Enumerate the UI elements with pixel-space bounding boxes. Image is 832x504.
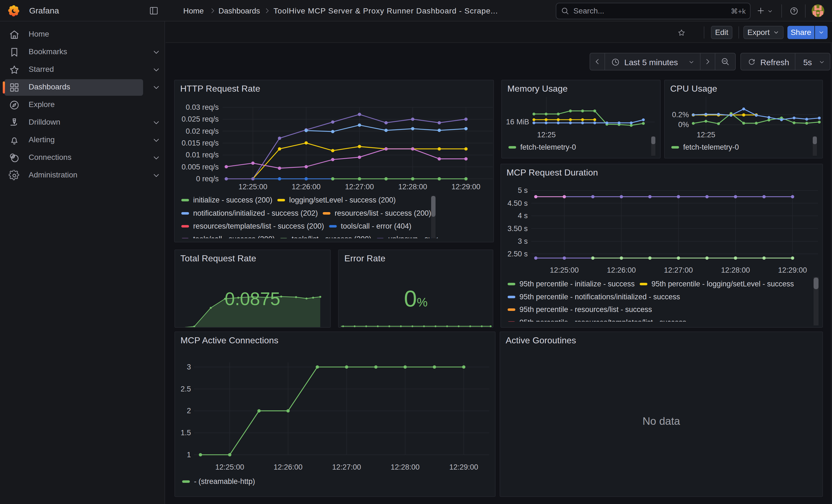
svg-text:0.025 req/s: 0.025 req/s xyxy=(182,115,219,123)
svg-text:12:28:00: 12:28:00 xyxy=(391,463,420,471)
svg-text:0.005 req/s: 0.005 req/s xyxy=(182,163,219,171)
svg-text:0.2%: 0.2% xyxy=(672,111,689,119)
svg-text:12:25: 12:25 xyxy=(697,131,716,139)
svg-text:0.02 req/s: 0.02 req/s xyxy=(186,127,219,135)
svg-text:12:26:00: 12:26:00 xyxy=(607,266,636,274)
svg-text:12:25:00: 12:25:00 xyxy=(238,183,267,191)
svg-text:16 MiB: 16 MiB xyxy=(506,118,529,126)
svg-text:3.50 s: 3.50 s xyxy=(508,224,528,233)
svg-text:12:27:00: 12:27:00 xyxy=(664,266,693,274)
svg-text:12:28:00: 12:28:00 xyxy=(398,183,427,191)
svg-text:3: 3 xyxy=(187,363,191,371)
svg-text:12:28:00: 12:28:00 xyxy=(721,266,750,274)
svg-text:0.01 req/s: 0.01 req/s xyxy=(186,151,219,159)
svg-text:1.5: 1.5 xyxy=(181,429,191,437)
svg-text:12:26:00: 12:26:00 xyxy=(274,463,302,471)
svg-text:12:29:00: 12:29:00 xyxy=(451,183,480,191)
svg-text:4.50 s: 4.50 s xyxy=(508,199,528,207)
svg-text:4 s: 4 s xyxy=(518,212,528,220)
svg-text:12:25:00: 12:25:00 xyxy=(550,266,579,274)
svg-text:0.015 req/s: 0.015 req/s xyxy=(182,139,219,147)
svg-text:2: 2 xyxy=(187,407,191,415)
svg-text:12:25:00: 12:25:00 xyxy=(215,463,244,471)
svg-text:2.5: 2.5 xyxy=(181,385,191,393)
svg-text:0%: 0% xyxy=(678,121,689,129)
svg-text:12:27:00: 12:27:00 xyxy=(332,463,361,471)
svg-text:12:25: 12:25 xyxy=(537,131,556,139)
svg-text:5 s: 5 s xyxy=(518,186,528,194)
svg-text:0 req/s: 0 req/s xyxy=(196,175,219,183)
svg-text:2.50 s: 2.50 s xyxy=(508,250,528,258)
svg-text:1: 1 xyxy=(187,451,191,459)
svg-text:12:29:00: 12:29:00 xyxy=(449,463,478,471)
svg-text:3 s: 3 s xyxy=(518,237,528,245)
svg-text:12:27:00: 12:27:00 xyxy=(345,183,374,191)
svg-text:12:29:00: 12:29:00 xyxy=(778,266,807,274)
svg-text:12:26:00: 12:26:00 xyxy=(292,183,320,191)
svg-text:0.03 req/s: 0.03 req/s xyxy=(186,103,219,111)
